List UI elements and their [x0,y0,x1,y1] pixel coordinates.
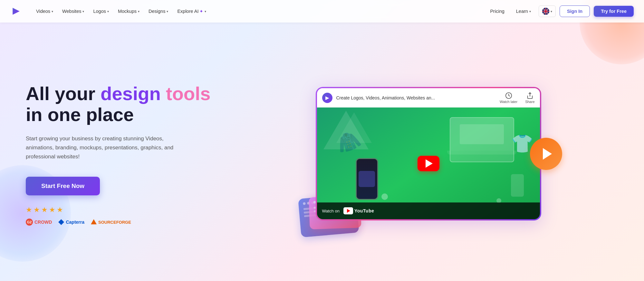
video-title: Create Logos, Videos, Animations, Websit… [336,95,496,100]
chevron-down-icon: ▾ [82,10,84,13]
3d-phone [356,158,378,200]
try-free-button[interactable]: Try for Free [594,6,634,17]
3d-laptop [450,117,514,162]
chevron-down-icon: ▾ [138,10,139,13]
decorative-play-circle [530,138,562,170]
capterra-label: Capterra [66,220,84,225]
nav-item-videos[interactable]: Videos ▾ [32,6,57,16]
sourceforge-icon [91,219,97,225]
language-selector[interactable]: ▾ [539,5,556,17]
clock-icon [505,92,512,99]
heading-space [161,83,166,104]
hero-left: All your design tools in one place Start… [26,83,219,226]
nav-right: Pricing Learn ▾ ▾ [486,5,634,17]
capterra-icon [58,219,64,225]
chevron-down-icon: ▾ [167,10,168,13]
video-card: ▶ Create Logos, Videos, Animations, Webs… [316,87,541,220]
chevron-down-icon: ▾ [52,10,53,13]
3d-bottle [511,174,524,197]
g2-label: CROWD [34,220,52,225]
youtube-play-button[interactable] [418,156,439,171]
youtube-play-area[interactable] [418,156,439,171]
nav-item-websites[interactable]: Websites ▾ [58,6,88,16]
sf-label: SOURCEFORGE [98,220,131,225]
heading-line2: in one place [26,104,134,125]
video-actions: Watch later Share [500,92,535,104]
hero-heading: All your design tools in one place [26,83,219,125]
capterra-badge: Capterra [58,219,84,225]
star-1: ★ [26,206,32,214]
3d-sphere [381,193,388,200]
youtube-bottom-bar: Watch on YouTube [317,202,540,219]
star-5: ★ [57,206,63,214]
nav-links: Videos ▾ Websites ▾ Logos ▾ Mockups ▾ De… [32,6,486,16]
chevron-down-icon: ▾ [107,10,109,13]
hero-right: ▶ Create Logos, Videos, Animations, Webs… [232,84,618,225]
watch-on-text: Watch on [322,209,340,213]
star-rating: ★ ★ ★ ★ ★ [26,206,219,214]
nav-item-explore-ai[interactable]: Explore AI ✦ ▾ [173,6,210,16]
chevron-down-icon: ▾ [551,10,552,13]
star-2: ★ [34,206,40,214]
flag-icon [542,8,549,15]
nav-learn[interactable]: Learn ▾ [512,6,535,16]
share-icon [526,92,533,99]
chevron-down-icon: ▾ [529,10,531,13]
youtube-logo-icon [343,207,353,214]
svg-marker-10 [91,219,97,224]
hero-subtext: Start growing your business by creating … [26,134,187,161]
heading-pre: All your [26,83,101,104]
youtube-text: YouTube [354,208,374,213]
sparkle-icon: ✦ [199,9,203,14]
nav-item-designs[interactable]: Designs ▾ [145,6,172,16]
nav-item-logos[interactable]: Logos ▾ [89,6,113,16]
navbar: Videos ▾ Websites ▾ Logos ▾ Mockups ▾ De… [0,0,644,23]
video-brand-logo: ▶ [322,93,332,103]
start-free-button[interactable]: Start Free Now [26,177,100,195]
svg-marker-9 [58,219,64,225]
share-button[interactable]: Share [525,92,534,104]
logo[interactable] [10,5,22,17]
star-3: ★ [41,206,48,214]
review-badges: G2 CROWD Capterra SOURCEFORGE [26,219,219,226]
g2-logo: G2 [26,219,33,226]
video-wrapper: ▶ Create Logos, Videos, Animations, Webs… [306,84,544,225]
sourceforge-badge: SOURCEFORGE [91,219,131,225]
watch-later-button[interactable]: Watch later [500,92,517,104]
video-inner: ▶ Create Logos, Videos, Animations, Webs… [317,88,540,219]
heading-tools: tools [166,83,211,104]
g2-badge: G2 CROWD [26,219,52,226]
youtube-logo: YouTube [343,207,374,214]
nav-pricing[interactable]: Pricing [486,6,508,16]
hero-section: All your design tools in one place Start… [0,23,644,280]
star-4: ★ [49,206,55,214]
chevron-down-icon: ▾ [205,10,206,13]
heading-design: design [101,83,161,104]
video-topbar: ▶ Create Logos, Videos, Animations, Webs… [317,88,540,108]
nav-item-mockups[interactable]: Mockups ▾ [114,6,143,16]
signin-button[interactable]: Sign In [560,5,590,17]
